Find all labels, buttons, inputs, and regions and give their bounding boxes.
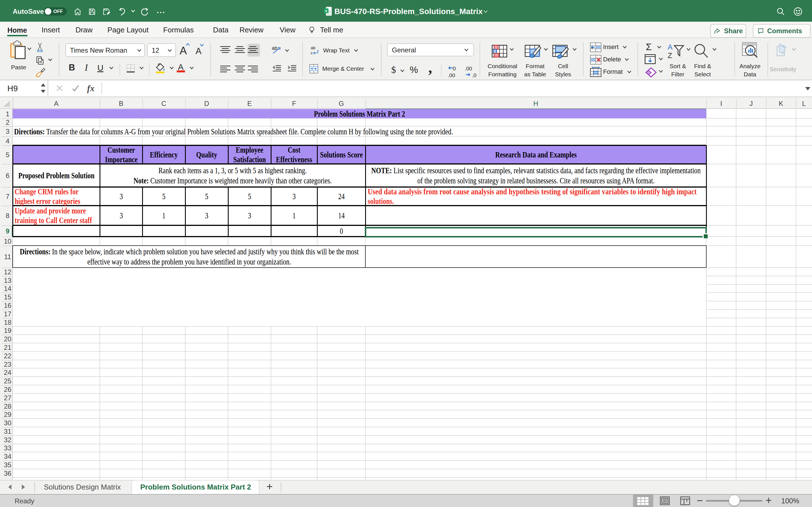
svg-text:Z: Z [668, 51, 672, 60]
svg-text:c: c [311, 50, 313, 55]
svg-text:A: A [668, 43, 673, 51]
svg-text:.00: .00 [465, 66, 472, 71]
svg-text:ab: ab [311, 45, 315, 50]
svg-text:.0: .0 [472, 72, 476, 78]
svg-text:x: x [325, 9, 327, 13]
svg-text:.00: .00 [448, 72, 455, 78]
svg-text:0: 0 [453, 66, 456, 71]
